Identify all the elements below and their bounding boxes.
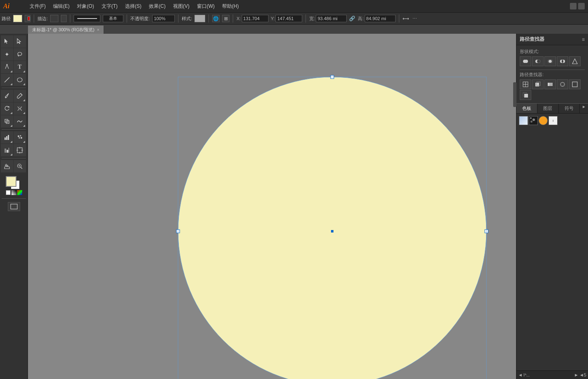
column-graph-tool[interactable] xyxy=(1,144,13,156)
svg-rect-19 xyxy=(7,150,8,153)
width-input[interactable]: 93.486 mi xyxy=(316,15,347,22)
menu-object[interactable]: 对象(O) xyxy=(74,2,97,11)
normal-view-btn[interactable] xyxy=(8,202,20,211)
pathfinder-btn-trim[interactable] xyxy=(532,79,544,89)
paintbrush-tool[interactable] xyxy=(1,90,13,102)
tab-color-swatches[interactable]: 色板 xyxy=(516,104,537,113)
doc-tab-close-btn[interactable]: × xyxy=(97,28,100,32)
pathfinder-btn-crop[interactable] xyxy=(557,79,568,89)
menu-window[interactable]: 窗口(W) xyxy=(194,2,218,11)
color-swatches-panel: 色板 图层 符号 ▸ I xyxy=(516,104,588,128)
window-layout-icon[interactable] xyxy=(578,3,585,9)
sub-arrow-icon xyxy=(23,112,25,114)
line-tool[interactable] xyxy=(1,74,13,86)
constrain-icon[interactable]: ⟷ xyxy=(403,15,410,22)
shape-btn-exclude[interactable] xyxy=(557,56,568,66)
fill-options-btn[interactable] xyxy=(25,15,30,22)
fill-none-icon[interactable] xyxy=(6,190,11,195)
warp-tool[interactable] xyxy=(14,115,26,128)
pathfinder-btn-merge[interactable] xyxy=(544,79,556,89)
menu-effect[interactable]: 效果(C) xyxy=(146,2,169,11)
hand-tool[interactable] xyxy=(1,160,13,172)
y-label: Y: xyxy=(271,16,275,21)
tool-row-wand: ✦ xyxy=(1,48,27,60)
menu-select[interactable]: 选择(S) xyxy=(122,2,145,11)
opacity-input[interactable]: 100% xyxy=(152,15,175,22)
tool-separator-3 xyxy=(2,158,26,158)
canvas-svg[interactable] xyxy=(28,34,516,379)
magic-wand-tool[interactable]: ✦ xyxy=(1,48,13,60)
height-input[interactable]: 84.902 mi xyxy=(365,15,396,22)
ellipse-tool[interactable] xyxy=(14,74,26,86)
globe-icon[interactable]: 🌐 xyxy=(212,15,220,22)
height-coord: 高: 84.902 mi xyxy=(358,15,395,22)
svg-point-2 xyxy=(7,64,8,65)
more-options-icon[interactable]: ⋯ xyxy=(412,15,420,22)
menu-file[interactable]: 文件(F) xyxy=(26,2,49,11)
graph-tool[interactable] xyxy=(1,131,13,144)
lasso-tool[interactable] xyxy=(14,48,26,60)
doc-tab-active[interactable]: 未标题-1* @ 300% (RGB/预览) × xyxy=(28,26,104,34)
shape-btn-intersect[interactable] xyxy=(544,56,556,66)
svg-rect-13 xyxy=(8,135,9,140)
fill-swatch[interactable] xyxy=(13,15,22,22)
svg-rect-20 xyxy=(9,148,9,153)
selection-tool[interactable] xyxy=(1,35,13,48)
sub-arrow-icon xyxy=(11,141,12,143)
pencil-tool[interactable] xyxy=(14,90,26,102)
tab-symbols[interactable]: 符号 xyxy=(559,104,580,113)
color-chip-pattern-dark[interactable] xyxy=(529,116,538,125)
panel-menu-icon[interactable]: ≡ xyxy=(582,37,585,42)
transform-icon[interactable]: ⊞ xyxy=(222,15,229,22)
shape-btn-minus-front[interactable] xyxy=(532,56,544,66)
scroll-left-icon[interactable]: ◄ xyxy=(518,372,523,377)
zoom-tool[interactable] xyxy=(14,160,26,172)
gradient-icon[interactable] xyxy=(12,190,16,195)
separator-8 xyxy=(399,14,399,23)
panel-tabs: 色板 图层 符号 ▸ xyxy=(516,104,588,114)
style-swatch[interactable] xyxy=(194,15,205,22)
shape-btn-expand[interactable] xyxy=(569,56,581,66)
menu-help[interactable]: 帮助(H) xyxy=(219,2,242,11)
svg-rect-11 xyxy=(5,137,6,140)
x-coord: X: 131.704 xyxy=(236,15,268,22)
color-chip-gradient-blue[interactable] xyxy=(519,116,528,125)
separator-5 xyxy=(208,14,209,23)
color-wheel-icon[interactable] xyxy=(17,190,22,195)
main-layout: ✦ T xyxy=(0,34,588,379)
stroke-options-btn[interactable] xyxy=(61,15,67,22)
y-input[interactable]: 147.451 xyxy=(275,15,302,22)
menu-edit[interactable]: 编辑(E) xyxy=(50,2,73,11)
artboard-tool[interactable] xyxy=(14,144,26,156)
panel-resize-handle[interactable] xyxy=(513,82,516,107)
scale-tool[interactable] xyxy=(1,115,13,128)
svg-point-33 xyxy=(525,60,528,63)
mirror-tool[interactable] xyxy=(14,102,26,115)
color-chip-text[interactable]: I xyxy=(549,116,558,125)
pen-tool[interactable] xyxy=(1,61,13,73)
menu-type[interactable]: 文字(T) xyxy=(98,2,121,11)
pathfinder-btn-divide[interactable] xyxy=(520,79,531,89)
pathfinder-btn-minus-back[interactable] xyxy=(520,90,531,100)
link-icon[interactable]: 🔗 xyxy=(349,16,355,21)
tab-more-icon[interactable]: ▸ xyxy=(580,104,588,109)
page-num-icon[interactable]: ◄5 xyxy=(579,372,586,377)
rotate-tool[interactable] xyxy=(1,102,13,115)
fill-swatch-bottom[interactable] xyxy=(6,176,16,187)
color-chip-orange[interactable] xyxy=(539,116,548,125)
menu-view[interactable]: 视图(V) xyxy=(170,2,193,11)
window-control-icon[interactable] xyxy=(570,3,576,9)
tab-layers[interactable]: 图层 xyxy=(537,104,558,113)
symbol-sprayer-tool[interactable] xyxy=(14,131,26,144)
direct-selection-tool[interactable] xyxy=(14,35,26,48)
basic-select[interactable]: 基本 xyxy=(103,15,123,22)
pathfinder-btn-outline[interactable] xyxy=(569,79,581,89)
pathfinder-section-label: 路径查找器: xyxy=(520,72,585,78)
stroke-swatch[interactable] xyxy=(50,15,58,22)
scroll-right-icon[interactable]: ► xyxy=(574,372,579,377)
sub-arrow-icon xyxy=(23,84,25,85)
x-input[interactable]: 131.704 xyxy=(242,15,269,22)
shape-btn-unite[interactable] xyxy=(520,56,531,66)
type-tool[interactable]: T xyxy=(14,61,26,73)
stroke-line-select[interactable] xyxy=(74,15,100,22)
